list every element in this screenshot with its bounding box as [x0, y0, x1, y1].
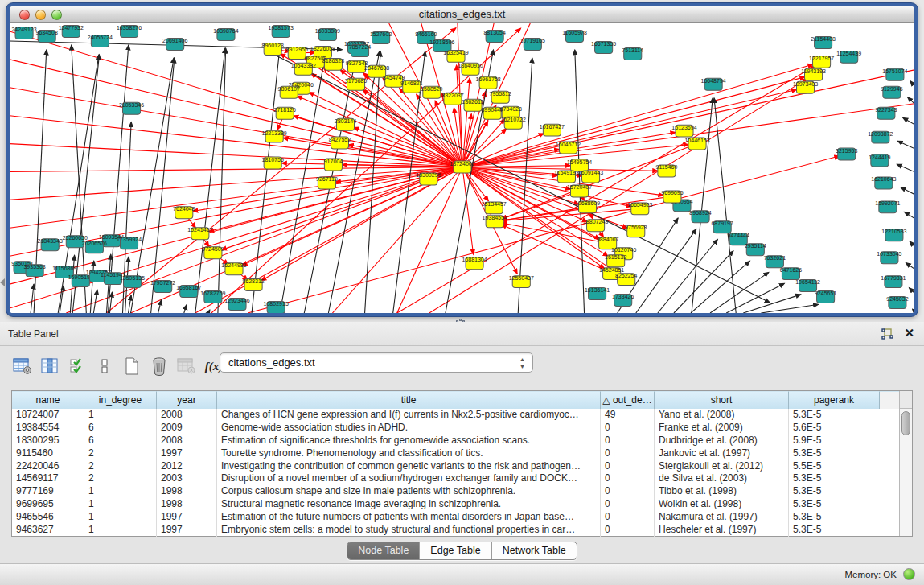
graph-node[interactable]: 9267110 [316, 176, 338, 188]
table-row[interactable]: 946362711997Embryonic stem cells: a mode… [12, 524, 912, 537]
graph-node[interactable]: 19384554 [483, 215, 507, 227]
column-header-name[interactable]: name [12, 391, 84, 409]
graph-node[interactable]: 10688609 [575, 200, 600, 212]
graph-node[interactable]: 8960123 [261, 43, 283, 55]
graph-node[interactable]: 1615132 [605, 254, 626, 266]
graph-node[interactable]: 18724007 [450, 161, 474, 173]
graph-node[interactable]: 9724509 [202, 246, 224, 258]
graph-node[interactable]: 8186328 [322, 58, 344, 70]
graph-node[interactable]: 16210643 [871, 176, 896, 188]
scrollbar-thumb[interactable] [901, 411, 910, 435]
graph-node[interactable]: 8427552 [329, 137, 351, 149]
graph-node[interactable]: 16358276 [117, 25, 142, 37]
graph-node[interactable]: 11605978 [562, 30, 587, 42]
graph-node[interactable]: 17957272 [150, 280, 175, 292]
graph-node[interactable]: 1244419 [869, 154, 890, 167]
column-header-out_de[interactable]: △ out_de… [601, 391, 655, 409]
graph-node[interactable]: 16091443 [578, 170, 603, 182]
graph-node[interactable]: 13505135 [120, 275, 145, 287]
graph-node[interactable]: 1527602 [370, 31, 392, 43]
graph-node[interactable]: 9699695 [661, 190, 683, 202]
column-header-year[interactable]: year [157, 391, 217, 409]
graph-node[interactable]: 16325419 [443, 50, 468, 62]
table-row[interactable]: 1830029562008Estimation of significance … [12, 435, 912, 447]
column-header-pagerank[interactable]: pagerank [789, 391, 880, 409]
graph-node[interactable]: 21843343 [38, 238, 63, 250]
graph-node[interactable]: 16654923 [627, 202, 652, 214]
graph-node[interactable]: 2935114 [745, 243, 766, 255]
graph-node[interactable]: 11943193 [801, 68, 826, 80]
graph-node[interactable]: 15134457 [482, 201, 507, 213]
graph-node[interactable]: 8958924 [689, 210, 711, 222]
graph-node[interactable]: 10543382 [291, 63, 316, 75]
graph-node[interactable]: 1733426 [612, 294, 634, 306]
table-settings-icon[interactable] [11, 356, 34, 377]
collapse-panel-arrow-icon[interactable] [0, 278, 5, 286]
graph-node[interactable]: 3935363 [23, 264, 45, 276]
graph-node[interactable]: 16648794 [700, 78, 725, 90]
graph-node[interactable]: 16033809 [315, 28, 340, 40]
graph-node[interactable]: 16958167 [176, 285, 201, 297]
table-row[interactable]: 1456911722003Disruption of a novel membe… [12, 472, 912, 485]
graph-node[interactable]: 9115460 [655, 165, 677, 177]
graph-node[interactable]: 24055724 [88, 35, 113, 47]
table-row[interactable]: 946554611997Estimation of the future num… [12, 511, 912, 524]
graph-node[interactable]: 10167427 [540, 124, 565, 136]
tab-node-table[interactable]: Node Table [347, 542, 420, 559]
graph-node[interactable]: 20691406 [162, 38, 187, 50]
graph-node[interactable]: 12210533 [881, 229, 906, 241]
graph-node[interactable]: 18300295 [416, 172, 441, 184]
graph-node[interactable]: 12923446 [224, 298, 249, 310]
graph-node[interactable]: 7513114 [622, 47, 643, 60]
graph-node[interactable]: 8813054 [483, 30, 505, 42]
graph-node[interactable]: 16210722 [501, 117, 526, 129]
graph-node[interactable]: 15720407 [567, 184, 592, 196]
tab-edge-table[interactable]: Edge Table [420, 542, 491, 559]
graph-node[interactable]: 10802915 [264, 301, 289, 313]
graph-node[interactable]: 16782759 [200, 290, 225, 303]
table-row[interactable]: 1938455462009Genome-wide association stu… [12, 422, 912, 435]
select-columns-icon[interactable] [39, 356, 61, 377]
graph-node[interactable]: 18640910 [458, 63, 483, 75]
select-rows-icon[interactable] [66, 356, 88, 377]
graph-node[interactable]: 16881304 [462, 257, 487, 269]
table-selector-dropdown[interactable]: citations_edges.txt ▲▼ [220, 352, 533, 373]
column-header-title[interactable]: title [217, 391, 601, 409]
graph-node[interactable]: 16046712 [556, 142, 581, 154]
graph-node[interactable]: 12213389 [262, 130, 287, 142]
delete-table-icon[interactable] [148, 356, 170, 377]
table-row[interactable]: 1872400712008Changes of HCN gene express… [12, 409, 912, 422]
graph-node[interactable]: 11549193 [554, 170, 579, 182]
graph-node[interactable]: 15241417 [187, 227, 212, 239]
merge-rows-icon[interactable] [93, 356, 116, 377]
graph-node[interactable]: 6879197 [711, 220, 733, 233]
tab-network-table[interactable]: Network Table [492, 542, 577, 559]
graph-node[interactable]: 10973403 [793, 81, 818, 93]
graph-node[interactable]: 8322037 [441, 93, 463, 105]
graph-node[interactable]: 7857224 [349, 44, 371, 56]
new-table-icon[interactable] [121, 356, 143, 377]
graph-node[interactable]: 9146821 [400, 80, 422, 93]
graph-node[interactable]: 10446153 [684, 138, 709, 150]
graph-node[interactable]: 9756928 [625, 225, 647, 237]
table-row[interactable]: 969969511998Structural magnetic resonanc… [12, 498, 912, 511]
window-titlebar[interactable]: citations_edges.txt [10, 6, 914, 23]
close-panel-icon[interactable]: ✕ [904, 326, 914, 340]
graph-node[interactable]: 24249123 [11, 27, 36, 39]
graph-node[interactable]: 21154408 [811, 36, 836, 48]
graph-node[interactable]: 11254439 [836, 51, 861, 63]
graph-node[interactable]: 21053346 [119, 102, 144, 114]
table-scrollbar[interactable] [899, 391, 912, 536]
graph-node[interactable]: 10398764 [213, 28, 238, 40]
table-row[interactable]: 911546021997Tourette syndrome. Phenomeno… [12, 447, 912, 460]
graph-node[interactable]: 1588520 [421, 86, 442, 98]
network-canvas[interactable]: 2424912396345081247793224055724163582762… [10, 23, 914, 313]
graph-node[interactable]: 917004 [324, 159, 343, 171]
graph-node[interactable]: 17359924 [117, 237, 142, 249]
column-header-in_degree[interactable]: in_degree [84, 391, 157, 409]
graph-node[interactable]: 16779331 [881, 275, 906, 287]
graph-node[interactable]: 16671355 [591, 41, 616, 53]
graph-node[interactable]: 3175685 [345, 78, 367, 90]
graph-node[interactable]: 3215953 [836, 148, 857, 160]
graph-node[interactable]: 9634508 [35, 30, 57, 42]
